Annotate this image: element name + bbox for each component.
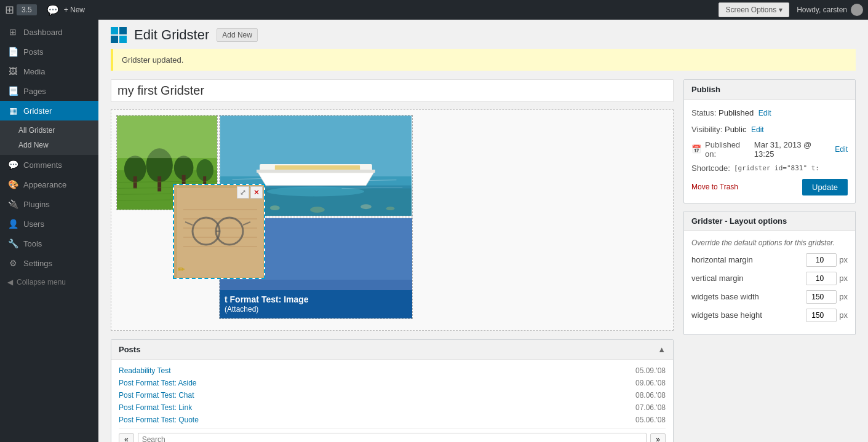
update-notice: Gridster updated. — [111, 49, 856, 71]
admin-sidebar: ⊞ Dashboard 📄 Posts 🖼 Media 📃 Pages ▦ Gr… — [0, 20, 98, 442]
visibility-row: Visibility: Public Edit — [691, 124, 848, 136]
sidebar-item-media[interactable]: 🖼 Media — [0, 61, 98, 81]
post-date: 05.09.'08 — [635, 366, 666, 375]
post-link-link[interactable]: Post Format Test: Link — [119, 403, 192, 412]
svg-point-30 — [360, 204, 372, 209]
layout-label: widgets base width — [691, 292, 759, 301]
horizontal-margin-input[interactable] — [806, 253, 837, 267]
widget-selected[interactable]: ⤢ ✕ — [173, 184, 265, 279]
page-header: Edit Gridster Add New — [111, 27, 856, 43]
status-edit-link[interactable]: Edit — [759, 109, 771, 117]
admin-add-new-button[interactable]: + New — [64, 6, 85, 14]
post-date: 08.06.'08 — [635, 391, 666, 400]
posts-panel: Posts ▲ Readability Test 05.09.'08 Post … — [111, 339, 674, 442]
post-link-quote[interactable]: Post Format Test: Quote — [119, 416, 199, 424]
post-date: 07.06.'08 — [635, 403, 666, 412]
sidebar-item-plugins[interactable]: 🔌 Plugins — [0, 194, 98, 214]
layout-label: widgets base height — [691, 310, 762, 320]
sidebar-item-gridster[interactable]: ▦ Gridster — [0, 101, 98, 120]
post-link-chat[interactable]: Post Format Test: Chat — [119, 391, 194, 400]
gridster-icon: ▦ — [7, 106, 18, 116]
publish-panel-body: Status: Published Edit Visibility: Publi… — [684, 100, 855, 203]
published-date-row: 📅 Published on: Mar 31, 2013 @ 13:25 Edi… — [691, 140, 848, 159]
screen-options-button[interactable]: Screen Options ▾ — [719, 2, 789, 17]
settings-icon: ⚙ — [7, 258, 18, 268]
users-icon: 👤 — [7, 219, 18, 229]
move-to-trash-link[interactable]: Move to Trash — [691, 183, 738, 191]
sidebar-item-settings[interactable]: ⚙ Settings — [0, 253, 98, 273]
date-edit-link[interactable]: Edit — [835, 145, 848, 154]
posts-panel-header: Posts ▲ — [111, 340, 673, 360]
publish-panel-header: Publish — [684, 80, 855, 100]
tools-icon: 🔧 — [7, 239, 18, 248]
sidebar-panels: Publish Status: Published Edit Visibilit… — [683, 79, 856, 342]
sidebar-item-tools[interactable]: 🔧 Tools — [0, 234, 98, 253]
widget-expand-button[interactable]: ⤢ — [237, 186, 249, 199]
shortcode-value[interactable]: [gridster id="831" t: — [734, 164, 819, 172]
sidebar-item-label: Users — [23, 219, 44, 229]
sidebar-item-pages[interactable]: 📃 Pages — [0, 81, 98, 101]
widget-caption: t Format Test: Image (Attached) — [220, 290, 412, 318]
widget-edit-icon[interactable]: ✏ — [178, 264, 185, 274]
widget-controls: ⤢ ✕ — [236, 185, 264, 200]
add-new-button[interactable]: Add New — [217, 28, 258, 42]
plugins-icon: 🔌 — [7, 199, 18, 209]
prev-page-button[interactable]: « — [119, 433, 134, 442]
wp-grid-logo — [111, 27, 127, 43]
content-area: ⤢ ✕ — [111, 79, 856, 442]
posts-search-input[interactable] — [138, 433, 647, 442]
svg-rect-21 — [257, 170, 375, 173]
list-item: Post Format Test: Chat 08.06.'08 — [119, 389, 666, 401]
posts-icon: 📄 — [7, 47, 18, 57]
sidebar-item-label: Comments — [23, 160, 62, 170]
post-link-aside[interactable]: Post Format Test: Aside — [119, 379, 197, 387]
editor-panel: ⤢ ✕ — [111, 79, 674, 442]
posts-panel-content: Readability Test 05.09.'08 Post Format T… — [111, 360, 673, 442]
layout-row-horizontal-margin: horizontal margin px — [691, 253, 848, 267]
post-title-input[interactable] — [111, 79, 674, 102]
widgets-base-width-input[interactable] — [806, 290, 837, 304]
sidebar-item-label: Settings — [23, 259, 52, 268]
sidebar-item-posts[interactable]: 📄 Posts — [0, 42, 98, 61]
collapse-arrow-icon: ◀ — [7, 278, 13, 286]
post-date: 05.06.'08 — [635, 416, 666, 424]
layout-unit: px — [839, 310, 848, 320]
sidebar-item-add-new[interactable]: Add New — [0, 138, 98, 152]
post-date: 09.06.'08 — [635, 379, 666, 387]
list-item: Post Format Test: Link 07.06.'08 — [119, 401, 666, 414]
posts-pagination: « » — [119, 428, 666, 442]
layout-panel-header: Gridster - Layout options — [684, 211, 855, 231]
list-item: Post Format Test: Quote 05.06.'08 — [119, 414, 666, 426]
sidebar-item-appearance[interactable]: 🎨 Appearance — [0, 175, 98, 194]
list-item: Readability Test 05.09.'08 — [119, 365, 666, 377]
comments-icon[interactable]: 💬 — [47, 4, 59, 16]
gridster-submenu: All Gridster Add New — [0, 120, 98, 155]
widgets-base-height-input[interactable] — [806, 309, 837, 322]
appearance-icon: 🎨 — [7, 180, 18, 189]
layout-row-base-width: widgets base width px — [691, 290, 848, 304]
posts-panel-toggle[interactable]: ▲ — [658, 345, 666, 354]
sidebar-item-dashboard[interactable]: ⊞ Dashboard — [0, 22, 98, 42]
post-link-readability[interactable]: Readability Test — [119, 366, 171, 375]
svg-point-29 — [310, 207, 325, 213]
publish-actions: Move to Trash Update — [691, 179, 848, 195]
next-page-button[interactable]: » — [650, 433, 666, 442]
visibility-edit-link[interactable]: Edit — [751, 125, 764, 134]
update-button[interactable]: Update — [802, 179, 848, 195]
sidebar-item-label: Dashboard — [23, 28, 63, 37]
collapse-menu-button[interactable]: ◀ Collapse menu — [0, 273, 98, 291]
comments-icon: 💬 — [7, 160, 18, 170]
sidebar-item-all-gridster[interactable]: All Gridster — [0, 123, 98, 138]
sidebar-item-label: Media — [23, 67, 45, 76]
sidebar-item-comments[interactable]: 💬 Comments — [0, 155, 98, 175]
sidebar-item-users[interactable]: 👤 Users — [0, 214, 98, 234]
widget-delete-button[interactable]: ✕ — [250, 186, 263, 199]
gridster-canvas[interactable]: ⤢ ✕ — [111, 109, 674, 331]
layout-unit: px — [839, 255, 848, 264]
layout-row-vertical-margin: vertical margin px — [691, 272, 848, 285]
calendar-icon: 📅 — [691, 144, 701, 154]
sidebar-item-label: Posts — [23, 47, 44, 57]
sidebar-item-label: Gridster — [23, 106, 52, 116]
layout-options-panel: Gridster - Layout options Override the d… — [683, 211, 856, 335]
vertical-margin-input[interactable] — [806, 272, 837, 285]
